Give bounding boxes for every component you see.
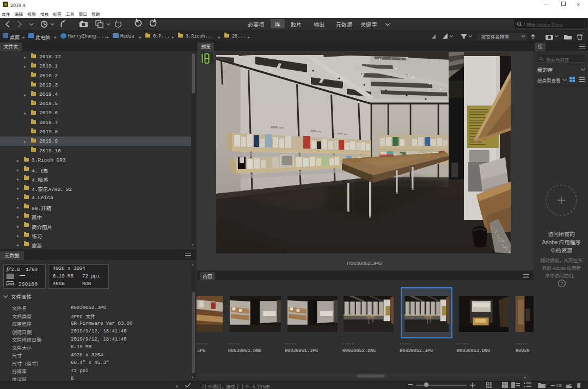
svg-text:?: ?: [560, 281, 563, 286]
svg-text:KB: KB: [556, 383, 562, 388]
